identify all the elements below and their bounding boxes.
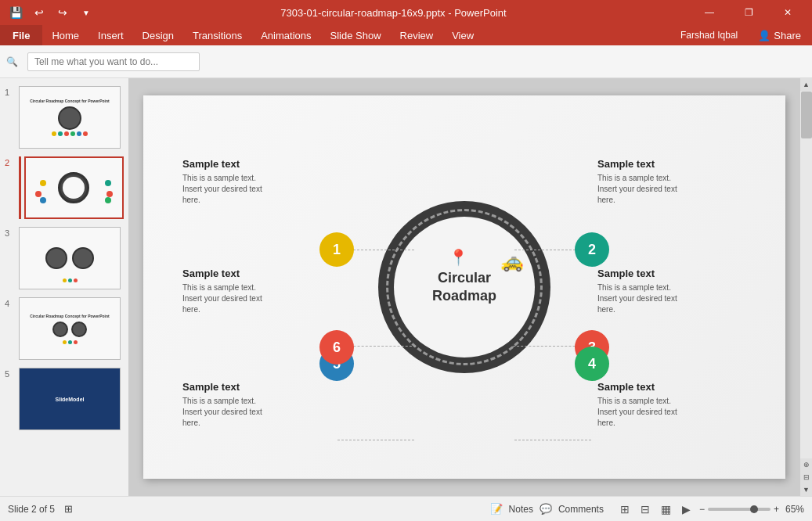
menu-insert[interactable]: Insert xyxy=(88,25,133,45)
slide-area: Sample text This is a sample text.Insert… xyxy=(129,78,799,496)
car-icon: 🚕 xyxy=(500,250,524,272)
point5-body: This is a sample text.Insert your desire… xyxy=(182,396,331,429)
slide-preview-2 xyxy=(24,156,124,219)
comments-icon: 💬 xyxy=(540,503,552,515)
right-scrollbar: ▲ ⊕ ⊟ ▼ xyxy=(799,78,812,496)
point6-body: This is a sample text.Insert your desire… xyxy=(182,282,331,315)
search-icon: 🔍 xyxy=(6,56,18,67)
menu-view[interactable]: View xyxy=(442,25,483,45)
point1-title: Sample text xyxy=(182,158,331,170)
scroll-down-button[interactable]: ▼ xyxy=(800,483,813,496)
point1-body: This is a sample text.Insert your desire… xyxy=(182,173,331,206)
reading-view-button[interactable]: ▦ xyxy=(659,501,673,517)
dashed-line-4 xyxy=(514,440,591,440)
point4-body: This is a sample text.Insert your desire… xyxy=(597,396,746,429)
status-bar: Slide 2 of 5 ⊞ 📝 Notes 💬 Comments ⊞ ⊟ ▦ … xyxy=(0,496,812,521)
slides-panel: 1 Circular Roadmap Concept for PowerPoin… xyxy=(0,78,129,496)
window-controls: — ❐ ✕ xyxy=(691,0,806,25)
scroll-thumb[interactable] xyxy=(801,92,812,138)
menu-animations[interactable]: Animations xyxy=(251,25,320,45)
slide-number-5: 5 xyxy=(5,368,16,379)
slide-thumb-2[interactable]: 2 xyxy=(3,155,125,221)
point-circle-2: 2 xyxy=(575,232,609,267)
window-title: 7303-01-circular-roadmap-16x9.pptx - Pow… xyxy=(96,7,691,19)
comments-label[interactable]: Comments xyxy=(558,504,604,515)
text-block-6: Sample text This is a sample text.Insert… xyxy=(182,268,331,315)
share-icon: 👤 xyxy=(758,30,770,41)
point3-body: This is a sample text.Insert your desire… xyxy=(597,282,746,315)
zoom-bar: − + 65% xyxy=(699,504,804,515)
notes-icon: 📝 xyxy=(490,503,503,515)
ribbon: File Home Insert Design Transitions Anim… xyxy=(0,25,812,78)
status-right: 📝 Notes 💬 Comments ⊞ ⊟ ▦ ▶ − + 65% xyxy=(490,501,804,517)
menu-review[interactable]: Review xyxy=(391,25,443,45)
restore-button[interactable]: ❐ xyxy=(731,0,767,25)
slide-thumb-4[interactable]: 4 Circular Roadmap Concept for PowerPoin… xyxy=(3,296,125,361)
point-circle-4: 4 xyxy=(575,347,609,381)
scroll-down-page-button[interactable]: ⊕ xyxy=(800,458,813,471)
pin-icon: 📍 xyxy=(449,248,468,267)
point-circle-6: 6 xyxy=(319,330,354,365)
menu-transitions[interactable]: Transitions xyxy=(183,25,251,45)
share-button[interactable]: 👤 Share xyxy=(747,25,812,45)
point2-body: This is a sample text.Insert your desire… xyxy=(597,173,746,206)
redo-icon[interactable]: ↪ xyxy=(53,3,72,22)
point3-title: Sample text xyxy=(597,268,746,279)
zoom-out-icon[interactable]: − xyxy=(699,504,705,515)
zoom-slider-thumb xyxy=(750,505,758,513)
main-area: 1 Circular Roadmap Concept for PowerPoin… xyxy=(0,78,812,496)
point-circle-1: 1 xyxy=(319,232,354,267)
ribbon-content: 🔍 xyxy=(0,45,812,78)
scroll-track xyxy=(800,91,813,458)
zoom-percent[interactable]: 65% xyxy=(785,504,804,515)
slide-canvas: Sample text This is a sample text.Insert… xyxy=(143,95,785,479)
title-bar: 💾 ↩ ↪ ▼ 7303-01-circular-roadmap-16x9.pp… xyxy=(0,0,812,25)
dashed-line-5 xyxy=(337,440,414,440)
slide-thumb-3[interactable]: 3 xyxy=(3,225,125,291)
fit-to-window-icon[interactable]: ⊞ xyxy=(64,503,73,515)
title-left: 💾 ↩ ↪ ▼ xyxy=(6,3,96,22)
minimize-button[interactable]: — xyxy=(691,0,727,25)
slide-number-2: 2 xyxy=(5,156,16,167)
text-block-4: Sample text This is a sample text.Insert… xyxy=(597,381,746,429)
road-center-text: Circular Roadmap xyxy=(432,269,496,306)
text-block-5: Sample text This is a sample text.Insert… xyxy=(182,381,331,429)
slide-preview-3 xyxy=(19,227,121,289)
text-block-1: Sample text This is a sample text.Insert… xyxy=(182,158,331,206)
slide-preview-5: SlideModel xyxy=(19,368,121,430)
point2-title: Sample text xyxy=(597,158,746,170)
scroll-fit-button[interactable]: ⊟ xyxy=(800,471,813,483)
zoom-slider[interactable] xyxy=(708,508,770,511)
slide-preview-4: Circular Roadmap Concept for PowerPoint xyxy=(19,297,121,360)
tell-me-input[interactable] xyxy=(27,52,200,71)
scroll-up-button[interactable]: ▲ xyxy=(800,78,813,91)
zoom-in-icon[interactable]: + xyxy=(774,504,779,515)
close-button[interactable]: ✕ xyxy=(770,0,806,25)
point4-title: Sample text xyxy=(597,381,746,393)
menu-slideshow[interactable]: Slide Show xyxy=(321,25,391,45)
menu-file[interactable]: File xyxy=(0,25,42,45)
slide-number-4: 4 xyxy=(5,297,16,308)
slide-thumb-5[interactable]: 5 SlideModel xyxy=(3,366,125,432)
slide-content: Sample text This is a sample text.Insert… xyxy=(143,95,785,479)
slide-thumb-1[interactable]: 1 Circular Roadmap Concept for PowerPoin… xyxy=(3,84,125,150)
slide-number-3: 3 xyxy=(5,227,16,238)
text-block-2: Sample text This is a sample text.Insert… xyxy=(597,158,746,206)
slide-number-1: 1 xyxy=(5,86,16,97)
user-name: Farshad Iqbal xyxy=(671,25,747,45)
customize-icon[interactable]: ▼ xyxy=(77,3,96,22)
save-icon[interactable]: 💾 xyxy=(6,3,25,22)
point5-title: Sample text xyxy=(182,381,331,393)
notes-label[interactable]: Notes xyxy=(509,504,533,515)
slide-info: Slide 2 of 5 xyxy=(8,504,55,515)
slide-sorter-button[interactable]: ⊟ xyxy=(638,501,652,517)
slide-preview-1: Circular Roadmap Concept for PowerPoint xyxy=(19,86,121,149)
undo-icon[interactable]: ↩ xyxy=(30,3,49,22)
point6-title: Sample text xyxy=(182,268,331,279)
menu-design[interactable]: Design xyxy=(133,25,183,45)
text-block-3: Sample text This is a sample text.Insert… xyxy=(597,268,746,315)
menu-home[interactable]: Home xyxy=(42,25,88,45)
slideshow-button[interactable]: ▶ xyxy=(680,501,693,517)
normal-view-button[interactable]: ⊞ xyxy=(618,501,632,517)
menu-bar: File Home Insert Design Transitions Anim… xyxy=(0,25,812,45)
